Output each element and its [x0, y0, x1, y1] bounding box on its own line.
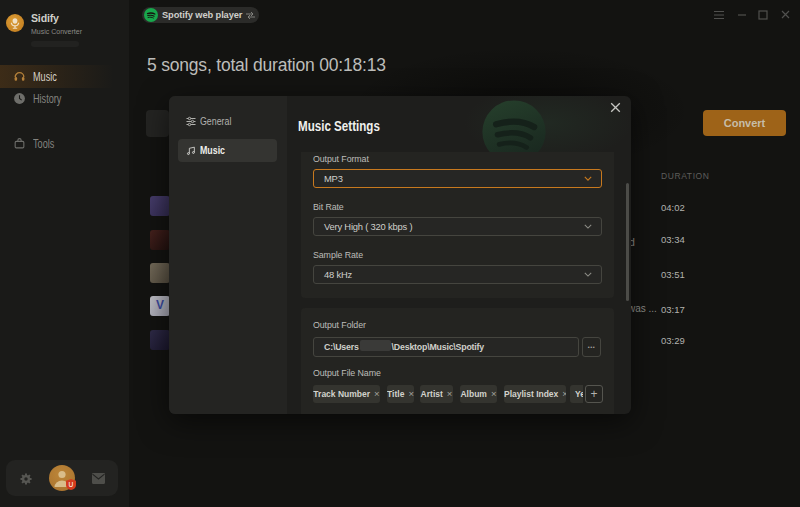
svg-text:U: U — [69, 481, 74, 488]
